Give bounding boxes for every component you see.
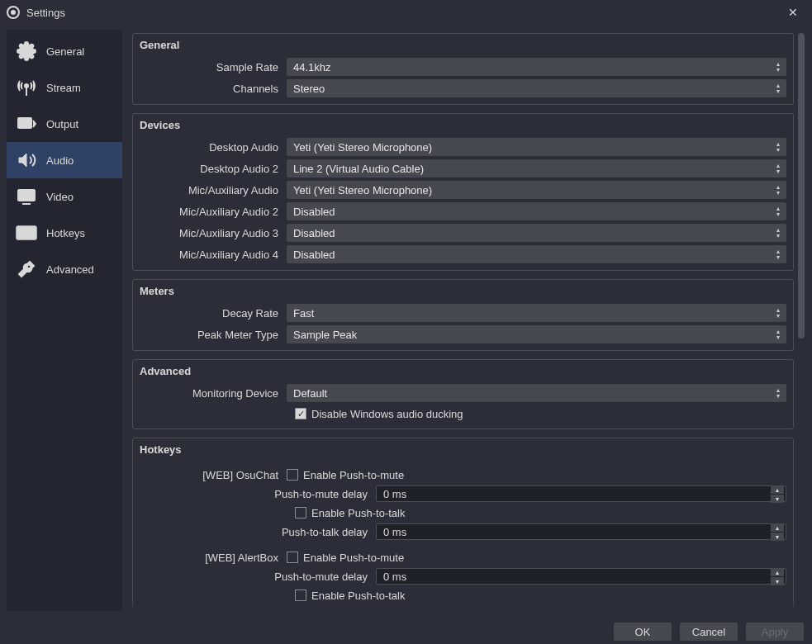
checkbox-disable-ducking[interactable]: [295, 408, 306, 419]
updown-icon: ▴▾: [773, 81, 783, 96]
output-icon: [15, 112, 38, 135]
cancel-button[interactable]: Cancel: [680, 623, 738, 641]
updown-icon: ▴▾: [773, 59, 783, 74]
group-meters: Meters Decay RateFast▴▾ Peak Meter TypeS…: [132, 279, 794, 351]
label-enable-ptt: Enable Push-to-talk: [311, 507, 405, 519]
label-disable-ducking: Disable Windows audio ducking: [311, 408, 463, 420]
combo-mic-aux-2[interactable]: Disabled▴▾: [287, 202, 786, 220]
speaker-icon: [15, 149, 38, 172]
sidebar-item-label: Stream: [46, 82, 81, 94]
spinner-icon[interactable]: ▴▾: [771, 485, 784, 503]
group-advanced: Advanced Monitoring DeviceDefault▴▾ Disa…: [132, 359, 794, 429]
group-title: Advanced: [140, 365, 786, 377]
combo-desktop-audio-2[interactable]: Line 2 (Virtual Audio Cable)▴▾: [287, 159, 786, 178]
group-title: Hotkeys: [140, 443, 786, 456]
obs-logo-icon: [7, 6, 20, 19]
combo-mic-aux[interactable]: Yeti (Yeti Stereo Microphone)▴▾: [287, 181, 786, 199]
scrollbar[interactable]: [797, 33, 805, 339]
combo-mic-aux-4[interactable]: Disabled▴▾: [287, 245, 786, 263]
apply-button[interactable]: Apply: [746, 623, 804, 641]
sidebar-item-label: Output: [46, 118, 78, 130]
checkbox-enable-ptm[interactable]: [287, 552, 298, 563]
ok-button[interactable]: OK: [614, 623, 672, 641]
sidebar-item-general[interactable]: General: [7, 33, 122, 69]
input-ptt-delay[interactable]: 0 ms ▴▾: [376, 523, 786, 540]
combo-monitoring-device[interactable]: Default▴▾: [287, 384, 786, 402]
sidebar-item-label: Audio: [46, 154, 74, 167]
label-ptm-delay: Push-to-mute delay: [140, 571, 376, 583]
combo-desktop-audio[interactable]: Yeti (Yeti Stereo Microphone)▴▾: [287, 138, 786, 156]
updown-icon: ▴▾: [773, 182, 783, 197]
sidebar-item-output[interactable]: Output: [7, 106, 122, 142]
svg-rect-4: [17, 226, 36, 239]
updown-icon: ▴▾: [773, 305, 783, 320]
label-device: Mic/Auxiliary Audio: [140, 184, 287, 197]
label-peak-meter: Peak Meter Type: [140, 329, 287, 341]
sidebar-item-stream[interactable]: Stream: [7, 69, 122, 106]
updown-icon: ▴▾: [773, 327, 783, 342]
titlebar: Settings ✕: [0, 0, 812, 25]
label-enable-ptm: Enable Push-to-mute: [303, 552, 404, 564]
updown-icon: ▴▾: [773, 247, 783, 262]
checkbox-enable-ptt[interactable]: [295, 590, 306, 601]
monitor-icon: [15, 185, 38, 208]
sidebar-item-label: Video: [46, 191, 74, 203]
sidebar-item-advanced[interactable]: Advanced: [7, 251, 122, 287]
sidebar-item-label: Advanced: [46, 263, 94, 276]
checkbox-enable-ptm[interactable]: [287, 469, 298, 481]
label-ptm-delay: Push-to-mute delay: [140, 488, 376, 500]
updown-icon: ▴▾: [773, 386, 783, 400]
label-device: Mic/Auxiliary Audio 3: [140, 227, 287, 239]
input-ptm-delay[interactable]: 0 ms ▴▾: [376, 485, 786, 502]
sidebar: General Stream Output Audio Video: [7, 30, 122, 611]
combo-sample-rate[interactable]: 44.1khz ▴▾: [287, 58, 786, 76]
combo-channels[interactable]: Stereo ▴▾: [287, 79, 786, 97]
label-ptt-delay: Push-to-talk delay: [140, 526, 376, 538]
sidebar-item-video[interactable]: Video: [7, 178, 122, 215]
label-sample-rate: Sample Rate: [140, 61, 287, 73]
hotkey-block-alertbox: [WEB] AlertBox Enable Push-to-mute Push-…: [140, 548, 786, 604]
hotkey-source-name: [WEB] OsuChat: [140, 469, 287, 481]
group-title: Meters: [140, 285, 786, 297]
spinner-icon[interactable]: ▴▾: [771, 568, 784, 585]
label-device: Mic/Auxiliary Audio 4: [140, 249, 287, 261]
tools-icon: [15, 258, 38, 281]
group-hotkeys: Hotkeys [WEB] OsuChat Enable Push-to-mut…: [132, 438, 794, 611]
sidebar-item-label: General: [46, 45, 84, 58]
label-enable-ptt: Enable Push-to-talk: [311, 590, 405, 602]
keyboard-icon: [15, 221, 38, 244]
label-channels: Channels: [140, 83, 287, 95]
svg-point-1: [25, 84, 28, 88]
label-decay-rate: Decay Rate: [140, 307, 287, 320]
spinner-icon[interactable]: ▴▾: [771, 523, 784, 541]
updown-icon: ▴▾: [773, 225, 783, 240]
svg-rect-2: [18, 118, 31, 128]
input-ptm-delay[interactable]: 0 ms ▴▾: [376, 568, 786, 585]
group-title: General: [140, 39, 786, 51]
combo-decay-rate[interactable]: Fast▴▾: [287, 304, 786, 322]
updown-icon: ▴▾: [773, 161, 783, 176]
updown-icon: ▴▾: [773, 204, 783, 219]
group-devices: Devices Desktop AudioYeti (Yeti Stereo M…: [132, 113, 794, 271]
label-device: Mic/Auxiliary Audio 2: [140, 206, 287, 218]
close-button[interactable]: ✕: [781, 0, 805, 25]
hotkey-source-name: [WEB] AlertBox: [140, 552, 287, 564]
checkbox-enable-ptt[interactable]: [295, 507, 306, 519]
updown-icon: ▴▾: [773, 140, 783, 154]
sidebar-item-label: Hotkeys: [46, 227, 85, 239]
window-title: Settings: [26, 7, 65, 19]
label-monitoring-device: Monitoring Device: [140, 387, 287, 400]
label-enable-ptm: Enable Push-to-mute: [303, 469, 404, 481]
label-device: Desktop Audio 2: [140, 163, 287, 175]
hotkey-block-osuchat: [WEB] OsuChat Enable Push-to-mute Push-t…: [140, 466, 786, 542]
sidebar-item-audio[interactable]: Audio: [7, 142, 122, 178]
label-device: Desktop Audio: [140, 141, 287, 154]
group-general: General Sample Rate 44.1khz ▴▾ Channels …: [132, 33, 794, 105]
footer-buttons: OK Cancel Apply: [614, 623, 804, 641]
main-area: General Stream Output Audio Video: [0, 25, 812, 611]
combo-peak-meter[interactable]: Sample Peak▴▾: [287, 325, 786, 343]
antenna-icon: [15, 76, 38, 99]
content-panel: General Sample Rate 44.1khz ▴▾ Channels …: [122, 30, 805, 611]
combo-mic-aux-3[interactable]: Disabled▴▾: [287, 224, 786, 242]
sidebar-item-hotkeys[interactable]: Hotkeys: [7, 215, 122, 251]
